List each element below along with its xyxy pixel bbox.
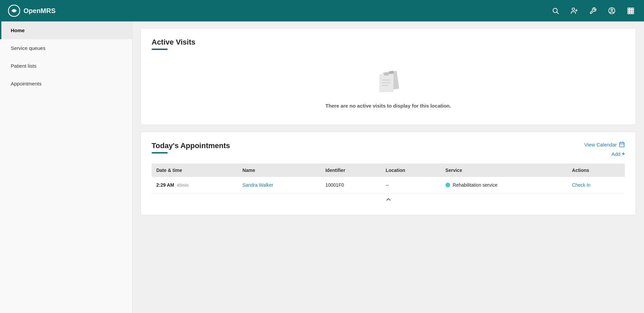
grid-icon[interactable] — [625, 5, 636, 16]
sidebar-item-home[interactable]: Home — [0, 21, 132, 39]
logo-icon — [8, 5, 20, 17]
cell-action: Check In — [567, 177, 625, 193]
plus-icon: + — [622, 151, 625, 157]
col-datetime: Date & time — [152, 164, 238, 177]
cell-identifier: 10001F0 — [321, 177, 381, 193]
active-visits-card: Active Visits — [141, 28, 636, 125]
service-dot-icon — [445, 183, 450, 187]
profile-icon[interactable] — [606, 5, 617, 16]
svg-rect-8 — [628, 8, 630, 10]
active-visits-empty-state: There are no active visits to display fo… — [152, 57, 625, 115]
col-service: Service — [441, 164, 567, 177]
svg-point-7 — [611, 9, 613, 11]
svg-rect-13 — [632, 10, 634, 12]
sidebar-item-appointments[interactable]: Appointments — [0, 75, 132, 92]
clipboard-illustration — [373, 67, 404, 97]
cell-name: Sandra Walker — [238, 177, 321, 193]
app-logo: OpenMRS — [8, 5, 56, 17]
settings-icon[interactable] — [588, 5, 598, 16]
svg-rect-15 — [630, 12, 632, 14]
svg-rect-24 — [620, 142, 624, 147]
add-appointment-link[interactable]: Add + — [611, 151, 625, 157]
svg-point-3 — [572, 8, 575, 10]
svg-rect-16 — [632, 12, 634, 14]
collapse-arrow[interactable] — [152, 193, 625, 205]
cell-datetime: 2:29 AM 45min — [152, 177, 238, 193]
svg-rect-20 — [384, 73, 389, 75]
table-row: 2:29 AM 45min Sandra Walker 10001F0 -- — [152, 177, 625, 193]
sidebar-item-patient-lists[interactable]: Patient lists — [0, 57, 132, 75]
svg-rect-10 — [632, 8, 634, 10]
appointments-card: Today's Appointments View Calendar — [141, 132, 636, 215]
cell-service: Rehabilitation service — [441, 177, 567, 193]
sidebar-item-service-queues[interactable]: Service queues — [0, 39, 132, 57]
active-visits-title: Active Visits — [152, 38, 625, 47]
sidebar: Home Service queues Patient lists Appoin… — [0, 21, 132, 313]
patient-name-link[interactable]: Sandra Walker — [243, 182, 273, 188]
col-location: Location — [381, 164, 441, 177]
svg-rect-12 — [630, 10, 632, 12]
check-in-link[interactable]: Check In — [572, 182, 590, 188]
appointments-title-section: Today's Appointments — [152, 141, 230, 160]
cell-location: -- — [381, 177, 441, 193]
col-name: Name — [238, 164, 321, 177]
appointments-title: Today's Appointments — [152, 141, 230, 150]
active-visits-underline — [152, 49, 168, 50]
active-visits-empty-text: There are no active visits to display fo… — [325, 103, 451, 109]
main-content: Active Visits — [132, 21, 644, 313]
chevron-up-icon — [385, 196, 392, 203]
appointments-header: Today's Appointments View Calendar — [152, 141, 625, 160]
view-calendar-link[interactable]: View Calendar — [584, 141, 625, 147]
svg-rect-9 — [630, 8, 632, 10]
calendar-icon — [619, 141, 625, 147]
top-navigation: OpenMRS — [0, 0, 644, 21]
search-icon[interactable] — [550, 5, 561, 16]
svg-rect-14 — [628, 12, 630, 14]
nav-icon-group — [550, 5, 636, 16]
col-identifier: Identifier — [321, 164, 381, 177]
appointments-action-links: View Calendar Add + — [584, 141, 625, 157]
svg-line-2 — [557, 12, 558, 14]
appointments-table: Date & time Name Identifier Location Ser — [152, 164, 625, 193]
app-name: OpenMRS — [23, 7, 56, 15]
svg-rect-11 — [628, 10, 630, 12]
table-header-row: Date & time Name Identifier Location Ser — [152, 164, 625, 177]
col-actions: Actions — [567, 164, 625, 177]
appointments-underline — [152, 152, 168, 153]
add-user-icon[interactable] — [569, 5, 580, 16]
